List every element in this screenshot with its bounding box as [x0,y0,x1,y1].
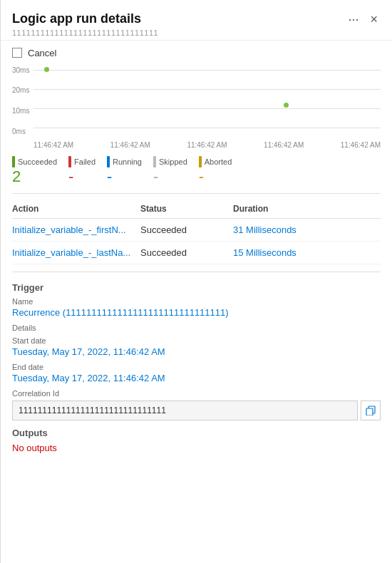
trigger-name-group: Name Recurrence (11111111111111111111111… [12,297,381,318]
divider-2 [12,272,381,272]
panel: Logic app run details 111111111111111111… [0,0,392,563]
close-button[interactable]: × [367,11,381,27]
correlation-id-input[interactable] [12,401,358,420]
x-label-1: 11:46:42 AM [110,141,150,149]
status-label-2: Running [107,156,142,167]
action-link-0[interactable]: Initialize_variable_-_firstN... [12,224,126,235]
chart-plot [33,66,381,137]
status-item-skipped: Skipped - [153,156,187,185]
chart-area: 30ms 20ms 10ms 0ms [1,66,392,137]
table-area: Action Status Duration Initialize_variab… [1,201,392,264]
copy-button[interactable] [361,401,381,420]
x-label-4: 11:46:42 AM [341,141,381,149]
correlation-label: Correlation Id [12,389,381,398]
chart-line-0 [33,128,381,128]
trigger-start-value: Tuesday, May 17, 2022, 11:46:42 AM [12,346,381,357]
chart-y-labels: 30ms 20ms 10ms 0ms [12,66,29,137]
panel-title: Logic app run details [12,11,158,27]
status-value-2: - [107,169,112,185]
divider-1 [12,193,381,194]
status-value-3: - [153,169,158,185]
col-header-status: Status [140,204,233,214]
svg-rect-1 [366,408,373,415]
table-cell-action-1: Initialize_variable_-_lastNa... [12,247,140,258]
chart-dot-2 [284,103,289,108]
y-label-20: 20ms [12,87,29,94]
chart-container: 30ms 20ms 10ms 0ms [12,66,381,137]
trigger-start-label: Start date [12,336,381,345]
chart-x-axis: 11:46:42 AM 11:46:42 AM 11:46:42 AM 11:4… [1,140,392,150]
more-options-icon[interactable]: ··· [345,11,361,27]
x-label-3: 11:46:42 AM [264,141,304,149]
status-value-0: 2 [12,169,21,185]
no-outputs-text: No outputs [12,443,381,453]
col-header-duration: Duration [233,204,381,214]
status-label-3: Skipped [153,156,187,167]
trigger-details-label: Details [12,324,381,332]
x-label-2: 11:46:42 AM [187,141,227,149]
status-bar-2 [107,156,110,167]
action-link-1[interactable]: Initialize_variable_-_lastNa... [12,247,130,258]
x-label-0: 11:46:42 AM [33,141,73,149]
status-bar-1 [68,156,71,167]
outputs-title: Outputs [12,428,381,438]
status-item-succeeded: Succeeded 2 [12,156,57,185]
y-label-10: 10ms [12,108,29,115]
status-item-aborted: Aborted - [199,156,232,185]
copy-icon [366,406,376,415]
status-item-running: Running - [107,156,142,185]
trigger-end-group: End date Tuesday, May 17, 2022, 11:46:42… [12,363,381,383]
chart-line-30 [33,70,381,71]
status-bar-3 [153,156,156,167]
table-cell-status-0: Succeeded [140,224,233,235]
trigger-start-group: Start date Tuesday, May 17, 2022, 11:46:… [12,336,381,357]
cancel-row: Cancel [1,41,392,66]
table-cell-status-1: Succeeded [140,247,233,258]
status-bar-4 [199,156,202,167]
status-item-failed: Failed - [68,156,96,185]
y-label-30: 30ms [12,67,29,74]
header: Logic app run details 111111111111111111… [1,0,392,41]
header-actions: ··· × [345,11,381,27]
status-bar-0 [12,156,15,167]
table-header: Action Status Duration [12,201,381,219]
table-cell-duration-1: 15 Milliseconds [233,247,381,258]
trigger-details-group: Details [12,324,381,332]
status-label-1: Failed [68,156,96,167]
status-row: Succeeded 2 Failed - Running - Skipped - [1,156,392,185]
status-value-1: - [68,169,73,185]
cancel-label: Cancel [28,48,56,58]
trigger-section-title: Trigger [12,282,381,293]
trigger-name-value[interactable]: Recurrence (1111111111111111111111111111… [12,307,381,318]
status-value-4: - [199,169,204,185]
col-header-action: Action [12,204,140,214]
header-left: Logic app run details 111111111111111111… [12,11,158,37]
trigger-end-value: Tuesday, May 17, 2022, 11:46:42 AM [12,373,381,383]
y-label-0: 0ms [12,128,29,135]
outputs-section: Outputs No outputs [1,428,392,453]
status-label-4: Aborted [199,156,232,167]
chart-dot-1 [44,67,49,72]
trigger-section: Trigger Name Recurrence (111111111111111… [1,279,392,420]
table-cell-action-0: Initialize_variable_-_firstN... [12,224,140,235]
cancel-checkbox[interactable] [12,48,22,58]
table-row[interactable]: Initialize_variable_-_firstN... Succeede… [12,219,381,242]
chart-line-10 [33,108,381,109]
panel-subtitle: 1111111111111111111111111111111 [12,29,158,37]
trigger-end-label: End date [12,363,381,371]
table-row[interactable]: Initialize_variable_-_lastNa... Succeede… [12,242,381,264]
correlation-id-row [12,401,381,420]
status-label-0: Succeeded [12,156,57,167]
table-cell-duration-0: 31 Milliseconds [233,224,381,235]
chart-line-20 [33,89,381,90]
table-body: Initialize_variable_-_firstN... Succeede… [12,219,381,264]
trigger-name-label: Name [12,297,381,306]
